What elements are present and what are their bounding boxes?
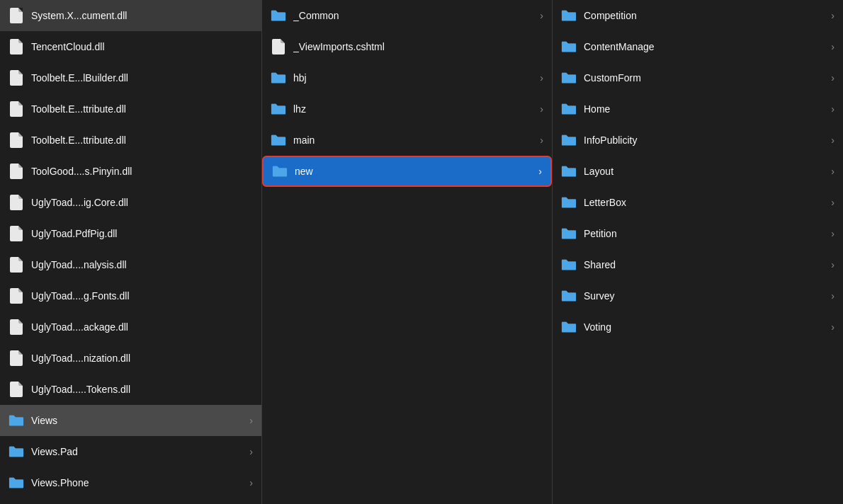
list-item-lhz[interactable]: lhz› <box>262 93 552 125</box>
item-label: Petition <box>584 228 828 239</box>
folder-icon <box>561 257 577 273</box>
list-item-uglytoadfonts[interactable]: UglyToad....g.Fonts.dll <box>0 280 261 311</box>
chevron-icon: › <box>831 10 834 21</box>
folder-icon <box>9 475 24 491</box>
chevron-icon: › <box>831 197 834 208</box>
item-label: System.X...cument.dll <box>31 10 253 21</box>
folder-icon <box>561 226 577 241</box>
item-label: Survey <box>584 290 828 302</box>
column-3: Competition› ContentManage› CustomForm› … <box>553 0 843 504</box>
folder-icon <box>561 132 577 148</box>
item-label: ToolGood....s.Pinyin.dll <box>31 166 253 177</box>
list-item-systemx[interactable]: System.X...cument.dll <box>0 0 261 31</box>
item-label: Toolbelt.E...ttribute.dll <box>31 134 253 146</box>
item-label: Layout <box>584 166 828 177</box>
file-icon <box>9 164 24 179</box>
chevron-icon: › <box>249 415 253 426</box>
list-item-uglytoadnization[interactable]: UglyToad....nization.dll <box>0 343 261 374</box>
item-label: InfoPublicity <box>584 134 828 146</box>
item-label: Shared <box>584 259 828 270</box>
chevron-icon: › <box>831 259 834 270</box>
list-item-contentmanage[interactable]: ContentManage› <box>553 31 843 62</box>
list-item-toolbeltE_ttribute1[interactable]: Toolbelt.E...ttribute.dll <box>0 93 261 125</box>
list-item-viewimports[interactable]: _ViewImports.cshtml <box>262 31 552 62</box>
folder-icon <box>271 132 286 148</box>
list-item-shared[interactable]: Shared› <box>553 249 843 280</box>
list-item-toolbeltE_lbuilder[interactable]: Toolbelt.E...lBuilder.dll <box>0 62 261 93</box>
item-label: UglyToad....g.Fonts.dll <box>31 290 253 302</box>
chevron-icon: › <box>249 477 253 488</box>
item-label: Competition <box>584 10 828 21</box>
folder-icon <box>561 70 577 86</box>
chevron-icon: › <box>831 41 834 52</box>
list-item-voting[interactable]: Voting› <box>553 311 843 343</box>
list-item-home[interactable]: Home› <box>553 93 843 125</box>
chevron-icon: › <box>540 103 543 115</box>
list-item-views[interactable]: Views› <box>0 405 261 436</box>
list-item-common[interactable]: _Common› <box>262 0 552 31</box>
chevron-icon: › <box>831 166 834 177</box>
chevron-icon: › <box>540 10 543 21</box>
list-item-petition[interactable]: Petition› <box>553 218 843 249</box>
item-label: LetterBox <box>584 197 828 208</box>
list-item-infopublicity[interactable]: InfoPublicity› <box>553 125 843 156</box>
file-icon <box>9 319 24 335</box>
file-icon <box>9 288 24 304</box>
list-item-viewsphone[interactable]: Views.Phone› <box>0 467 261 498</box>
item-label: TencentCloud.dll <box>31 41 253 52</box>
item-label: ContentManage <box>584 41 828 52</box>
list-item-uglytoadic[interactable]: UglyToad....ig.Core.dll <box>0 187 261 218</box>
chevron-icon: › <box>538 166 542 177</box>
item-label: new <box>295 166 536 177</box>
column-1: System.X...cument.dllTencentCloud.dllToo… <box>0 0 262 504</box>
item-label: Toolbelt.E...ttribute.dll <box>31 103 253 115</box>
list-item-survey[interactable]: Survey› <box>553 280 843 311</box>
chevron-icon: › <box>831 321 834 333</box>
item-label: UglyToad....ig.Core.dll <box>31 197 253 208</box>
file-icon <box>9 132 24 148</box>
folder-icon <box>9 444 24 459</box>
folder-icon <box>272 164 288 179</box>
chevron-icon: › <box>831 228 834 239</box>
item-label: Toolbelt.E...lBuilder.dll <box>31 72 253 84</box>
item-label: UglyToad.PdfPig.dll <box>31 228 253 239</box>
list-item-hbj[interactable]: hbj› <box>262 62 552 93</box>
list-item-toolgood[interactable]: ToolGood....s.Pinyin.dll <box>0 156 261 187</box>
chevron-icon: › <box>249 446 253 457</box>
item-label: Views <box>31 415 247 426</box>
chevron-icon: › <box>831 290 834 302</box>
file-icon <box>9 39 24 55</box>
list-item-tencentcloud[interactable]: TencentCloud.dll <box>0 31 261 62</box>
list-item-toolbeltE_ttribute2[interactable]: Toolbelt.E...ttribute.dll <box>0 125 261 156</box>
folder-icon <box>561 288 577 304</box>
list-item-uglytoadnalysis[interactable]: UglyToad....nalysis.dll <box>0 249 261 280</box>
list-item-layout[interactable]: Layout› <box>553 156 843 187</box>
file-icon <box>9 382 24 397</box>
column-2: _Common›_ViewImports.cshtml hbj› lhz› ma… <box>262 0 553 504</box>
folder-icon <box>561 39 577 55</box>
file-icon <box>9 226 24 241</box>
list-item-main[interactable]: main› <box>262 125 552 156</box>
chevron-icon: › <box>831 134 834 146</box>
item-label: Views.Pad <box>31 446 247 457</box>
item-label: Voting <box>584 321 828 333</box>
item-label: main <box>293 134 537 146</box>
folder-icon <box>561 195 577 210</box>
item-label: Home <box>584 103 828 115</box>
folder-icon <box>561 164 577 179</box>
list-item-competition[interactable]: Competition› <box>553 0 843 31</box>
chevron-icon: › <box>540 72 543 84</box>
list-item-letterbox[interactable]: LetterBox› <box>553 187 843 218</box>
list-item-uglytoadackage[interactable]: UglyToad....ackage.dll <box>0 311 261 343</box>
folder-icon <box>561 101 577 117</box>
list-item-uglytoadtokens[interactable]: UglyToad.....Tokens.dll <box>0 374 261 405</box>
list-item-new[interactable]: new› <box>262 156 552 187</box>
item-label: lhz <box>293 103 537 115</box>
folder-icon <box>271 70 286 86</box>
file-icon <box>9 257 24 273</box>
chevron-icon: › <box>831 103 834 115</box>
list-item-uglytoadpdf[interactable]: UglyToad.PdfPig.dll <box>0 218 261 249</box>
list-item-customform[interactable]: CustomForm› <box>553 62 843 93</box>
file-icon <box>9 195 24 210</box>
list-item-viewspad[interactable]: Views.Pad› <box>0 436 261 467</box>
